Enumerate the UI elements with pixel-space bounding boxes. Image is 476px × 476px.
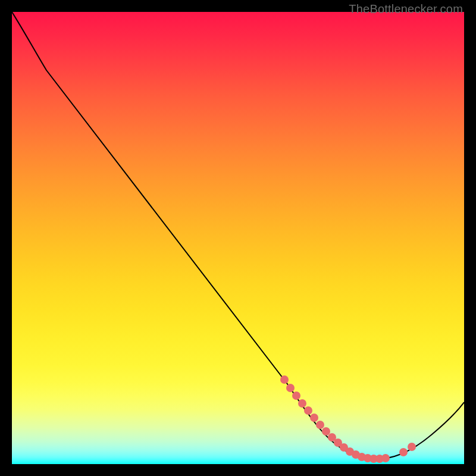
plot-background: [12, 12, 464, 464]
watermark-text: TheBottlenecker.com: [349, 2, 463, 16]
chart-frame: TheBottlenecker.com: [0, 0, 476, 476]
